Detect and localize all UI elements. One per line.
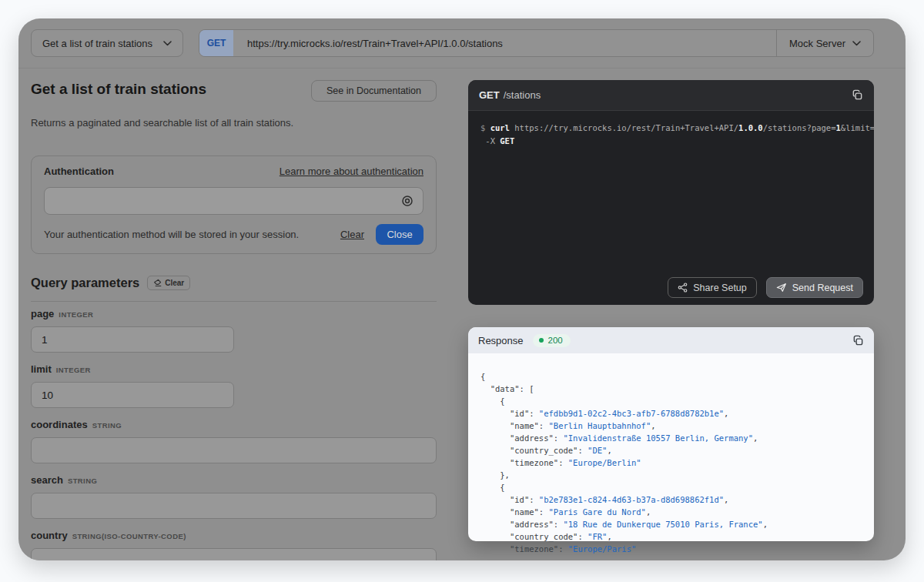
query-parameters-title: Query parameters <box>31 276 139 290</box>
param-field-limit: limitINTEGER <box>31 363 234 408</box>
param-input-limit[interactable] <box>31 382 234 408</box>
code-line: $ curl https://try.microcks.io/rest/Trai… <box>480 122 862 135</box>
send-request-button[interactable]: Send Request <box>766 277 863 298</box>
response-title: Response <box>478 335 524 346</box>
json-line: { <box>480 370 862 383</box>
json-line: "timezone": "Europe/Berlin" <box>480 457 862 469</box>
param-type: STRING <box>92 421 122 430</box>
json-line: "country_code": "FR", <box>480 530 862 543</box>
share-setup-label: Share Setup <box>693 283 747 293</box>
share-setup-button[interactable]: Share Setup <box>668 277 757 298</box>
section-divider <box>31 301 437 302</box>
request-title-method: GET <box>479 89 500 101</box>
endpoint-description: Returns a paginated and searchable list … <box>31 117 293 129</box>
page-title: Get a list of train stations <box>31 81 206 98</box>
chevron-down-icon <box>163 41 172 46</box>
curl-snippet: $ curl https://try.microcks.io/rest/Trai… <box>468 111 874 148</box>
copy-response-button[interactable] <box>852 335 864 346</box>
param-type: STRING(ISO-COUNTRY-CODE) <box>72 532 186 540</box>
json-line: }, <box>480 469 862 481</box>
send-icon <box>776 283 787 293</box>
eraser-icon <box>153 279 162 287</box>
param-name: coordinates <box>31 419 88 430</box>
copy-icon <box>852 89 863 101</box>
chevron-down-icon <box>852 41 861 46</box>
copy-request-button[interactable] <box>852 89 863 101</box>
response-card: Response 200 { "data": [ { "id": "efdbb9… <box>468 327 874 541</box>
param-input-page[interactable] <box>31 326 234 353</box>
param-type: INTEGER <box>56 366 91 374</box>
status-code: 200 <box>548 336 563 345</box>
operation-select-label: Get a list of train stations <box>42 38 152 49</box>
auth-clear-link[interactable]: Clear <box>340 229 364 240</box>
topbar-divider <box>18 68 906 69</box>
param-input-country[interactable] <box>31 548 437 560</box>
param-type: STRING <box>68 477 97 485</box>
param-name: country <box>31 530 68 541</box>
param-field-search: searchSTRING <box>31 474 437 519</box>
app-window: Get a list of train stations GET https:/… <box>18 18 906 560</box>
auth-close-button[interactable]: Close <box>376 224 424 245</box>
auth-token-field-wrap <box>44 187 424 215</box>
see-in-documentation-button[interactable]: See in Documentation <box>311 80 437 102</box>
status-badge: 200 <box>533 334 571 347</box>
param-name: limit <box>31 363 52 375</box>
request-title-path: /stations <box>504 89 541 101</box>
method-chip: GET <box>199 30 233 56</box>
authentication-title: Authentication <box>44 166 114 177</box>
request-preview-card: GET /stations $ curl https://try.microck… <box>468 80 874 305</box>
code-line: -X GET <box>480 135 862 148</box>
reveal-token-button[interactable] <box>392 195 423 207</box>
json-line: "id": "efdbb9d1-02c2-4bc3-afb7-6788d8782… <box>480 407 862 420</box>
param-input-coordinates[interactable] <box>31 437 437 463</box>
operation-select[interactable]: Get a list of train stations <box>31 29 183 57</box>
param-name: search <box>31 474 63 486</box>
learn-more-authentication-link[interactable]: Learn more about authentication <box>280 166 424 177</box>
param-field-country: countrySTRING(ISO-COUNTRY-CODE) <box>31 530 437 560</box>
json-line: "country_code": "DE", <box>480 444 862 457</box>
reveal-icon <box>401 195 413 207</box>
json-line: { <box>480 481 862 493</box>
json-line: "data": [ <box>480 383 862 395</box>
json-line: { <box>480 395 862 407</box>
json-line: "address": "Invalidenstraße 10557 Berlin… <box>480 432 862 444</box>
status-dot <box>539 338 544 343</box>
param-name: page <box>31 308 54 319</box>
authentication-card: Authentication Learn more about authenti… <box>31 156 437 254</box>
param-field-page: pageINTEGER <box>31 308 234 353</box>
auth-session-note: Your authentication method will be store… <box>44 229 340 240</box>
auth-token-input[interactable] <box>45 196 392 207</box>
json-line: "name": "Berlin Hauptbahnhof", <box>480 420 862 432</box>
json-line: "address": "18 Rue de Dunkerque 75010 Pa… <box>480 518 862 530</box>
server-select-label: Mock Server <box>789 38 845 49</box>
response-json: { "data": [ { "id": "efdbb9d1-02c2-4bc3-… <box>468 353 874 560</box>
server-select[interactable]: Mock Server <box>776 30 873 56</box>
json-line: "name": "Paris Gare du Nord", <box>480 506 862 518</box>
request-url: https://try.microcks.io/rest/Train+Trave… <box>233 38 776 49</box>
param-type: INTEGER <box>59 310 93 319</box>
address-bar: GET https://try.microcks.io/rest/Train+T… <box>199 29 874 57</box>
param-field-coordinates: coordinatesSTRING <box>31 419 437 463</box>
query-params-clear-button[interactable]: Clear <box>147 276 190 290</box>
param-input-search[interactable] <box>31 493 437 519</box>
json-line: "id": "b2e783e1-c824-4d63-b37a-d8d698862… <box>480 493 862 506</box>
share-icon <box>678 283 688 293</box>
query-params-clear-label: Clear <box>165 279 184 287</box>
json-line: "timezone": "Europe/Paris" <box>480 543 862 555</box>
copy-icon <box>852 335 864 346</box>
send-request-label: Send Request <box>792 283 853 293</box>
